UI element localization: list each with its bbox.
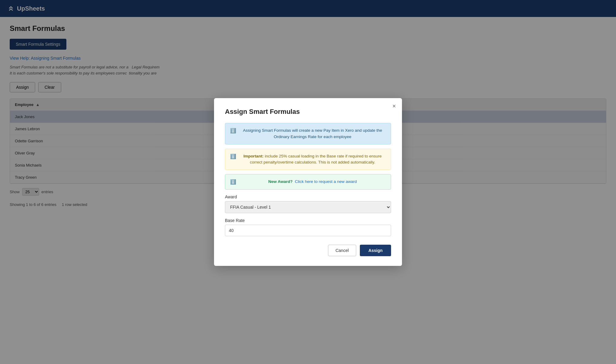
info-text-green: New Award? Click here to request a new a… bbox=[239, 179, 386, 185]
info-text-yellow: Important: include 25% casual loading in… bbox=[239, 153, 386, 166]
info-icon-blue: ℹ️ bbox=[230, 128, 236, 134]
info-icon-green: ℹ️ bbox=[230, 179, 236, 185]
info-box-yellow: ℹ️ Important: include 25% casual loading… bbox=[225, 149, 391, 170]
info-icon-yellow: ℹ️ bbox=[230, 154, 236, 159]
modal-close-button[interactable]: × bbox=[392, 103, 396, 109]
assign-smart-formulas-modal: Assign Smart Formulas × ℹ️ Assigning Sma… bbox=[214, 98, 402, 266]
info-box-green: ℹ️ New Award? Click here to request a ne… bbox=[225, 174, 391, 189]
base-rate-label: Base Rate bbox=[225, 218, 391, 223]
award-label: Award bbox=[225, 194, 391, 199]
modal-footer: Cancel Assign bbox=[225, 245, 391, 256]
modal-title: Assign Smart Formulas bbox=[225, 108, 391, 116]
new-award-link[interactable]: Click here to request a new award bbox=[295, 179, 357, 184]
modal-overlay: Assign Smart Formulas × ℹ️ Assigning Sma… bbox=[0, 0, 616, 364]
info-text-blue: Assigning Smart Formulas will create a n… bbox=[239, 127, 386, 140]
modal-assign-button[interactable]: Assign bbox=[360, 245, 391, 256]
cancel-button[interactable]: Cancel bbox=[328, 245, 357, 256]
info-box-blue: ℹ️ Assigning Smart Formulas will create … bbox=[225, 123, 391, 144]
award-select[interactable]: FFIA Casual - Level 1 FFIA Casual - Leve… bbox=[225, 201, 391, 213]
base-rate-input[interactable] bbox=[225, 225, 391, 236]
